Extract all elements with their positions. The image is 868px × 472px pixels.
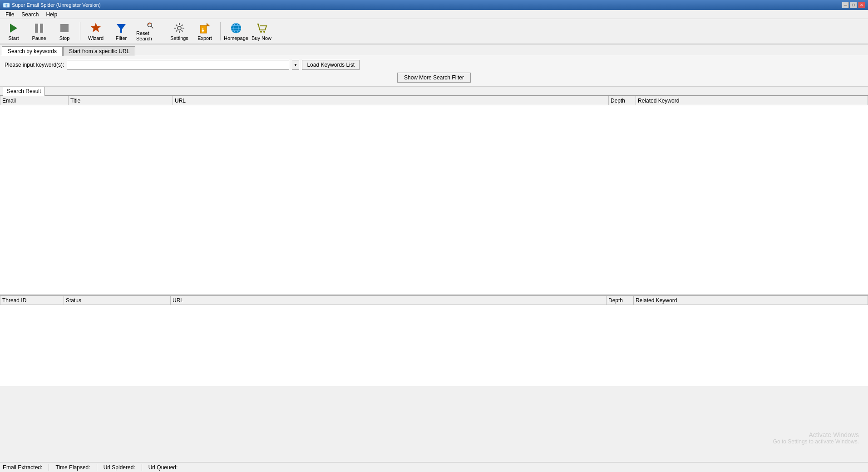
title-bar-left: 📧 Super Email Spider (Unregister Version… — [3, 2, 101, 9]
menu-file[interactable]: File — [2, 10, 18, 19]
keyword-dropdown[interactable]: ▼ — [292, 60, 299, 70]
svg-rect-1 — [35, 24, 38, 33]
menu-help[interactable]: Help — [42, 10, 61, 19]
thread-section: Thread ID Status URL Depth Related Keywo… — [0, 295, 868, 386]
toolbar-separator-2 — [220, 22, 221, 40]
svg-marker-4 — [91, 23, 101, 32]
col-header-depth-thread: Depth — [607, 296, 634, 305]
filter-row: Show More Search Filter — [5, 73, 863, 83]
result-table: Email Title URL Depth Related Keyword — [0, 96, 868, 105]
activate-windows-line1: Activate Windows — [773, 431, 859, 438]
buy-now-icon — [255, 22, 268, 34]
url-queued-label: Url Queued: — [148, 464, 184, 471]
time-elapsed-label: Time Elapsed: — [55, 464, 97, 471]
status-bar: Email Extracted: Time Elapsed: Url Spide… — [0, 462, 868, 472]
search-result-section: Search Result Email Title URL Depth Rela… — [0, 87, 868, 295]
svg-rect-3 — [60, 24, 69, 32]
email-extracted-label: Email Extracted: — [3, 464, 49, 471]
tab-bar: Search by keywords Start from a specific… — [0, 44, 868, 56]
filter-button[interactable]: Filter — [109, 20, 133, 43]
col-header-title: Title — [69, 96, 173, 105]
time-elapsed-key: Time Elapsed: — [55, 464, 90, 471]
keyword-row: Please input keyword(s): ▼ Load Keywords… — [5, 60, 863, 70]
start-label: Start — [8, 35, 19, 41]
svg-line-7 — [151, 26, 153, 29]
reset-search-label: Reset Search — [136, 30, 164, 41]
menu-search[interactable]: Search — [18, 10, 42, 19]
col-header-url: URL — [173, 96, 609, 105]
col-header-email: Email — [0, 96, 69, 105]
title-bar: 📧 Super Email Spider (Unregister Version… — [0, 0, 868, 10]
stop-icon — [58, 22, 71, 34]
wizard-button[interactable]: Wizard — [84, 20, 108, 43]
toolbar-separator-1 — [80, 22, 80, 40]
thread-table: Thread ID Status URL Depth Related Keywo… — [0, 295, 868, 305]
app-icon: 📧 — [3, 2, 10, 9]
show-more-filter-button[interactable]: Show More Search Filter — [397, 73, 471, 83]
reset-search-icon — [144, 21, 157, 30]
col-header-thread-id: Thread ID — [0, 296, 64, 305]
svg-point-21 — [263, 31, 265, 33]
svg-point-9 — [178, 26, 181, 30]
pause-label: Pause — [32, 35, 46, 41]
export-button[interactable]: Export — [193, 20, 217, 43]
col-header-related: Related Keyword — [636, 96, 868, 105]
stop-button[interactable]: Stop — [53, 20, 76, 43]
reset-search-button[interactable]: Reset Search — [135, 20, 166, 43]
col-header-url-thread: URL — [171, 296, 607, 305]
title-bar-buttons: ─ □ ✕ — [842, 2, 865, 8]
export-label: Export — [197, 35, 212, 41]
activate-windows-line2: Go to Settings to activate Windows. — [773, 438, 859, 445]
homepage-label: Homepage — [224, 35, 248, 41]
restore-button[interactable]: □ — [850, 2, 857, 8]
email-extracted-key: Email Extracted: — [3, 464, 42, 471]
tab-start-from-url[interactable]: Start from a specific URL — [63, 46, 135, 56]
app-title: Super Email Spider (Unregister Version) — [12, 2, 101, 8]
url-spidered-key: Url Spidered: — [104, 464, 135, 471]
start-button[interactable]: Start — [2, 20, 25, 43]
export-icon — [198, 22, 211, 34]
start-icon — [7, 22, 20, 34]
minimize-button[interactable]: ─ — [842, 2, 849, 8]
settings-button[interactable]: Settings — [168, 20, 191, 43]
keyword-label: Please input keyword(s): — [5, 62, 64, 68]
search-area: Please input keyword(s): ▼ Load Keywords… — [0, 56, 868, 87]
url-spidered-label: Url Spidered: — [104, 464, 142, 471]
col-header-related-thread: Related Keyword — [634, 296, 868, 305]
filter-label: Filter — [116, 35, 127, 41]
col-header-depth: Depth — [609, 96, 636, 105]
homepage-icon — [230, 22, 242, 34]
wizard-label: Wizard — [88, 35, 104, 41]
tab-search-by-keywords[interactable]: Search by keywords — [2, 46, 63, 56]
wizard-icon — [89, 22, 102, 34]
col-header-status: Status — [64, 296, 171, 305]
load-keywords-button[interactable]: Load Keywords List — [302, 60, 360, 70]
svg-point-20 — [260, 31, 262, 33]
pause-icon — [33, 22, 45, 34]
activate-windows-watermark: Activate Windows Go to Settings to activ… — [773, 431, 859, 445]
filter-icon — [115, 22, 128, 34]
svg-rect-2 — [40, 24, 43, 33]
settings-label: Settings — [170, 35, 188, 41]
svg-marker-5 — [117, 24, 126, 33]
settings-icon — [173, 22, 186, 34]
buy-now-button[interactable]: Buy Now — [250, 20, 273, 43]
result-tab-label: Search Result — [3, 87, 45, 96]
svg-marker-0 — [10, 24, 17, 33]
menu-bar: File Search Help — [0, 10, 868, 19]
toolbar: Start Pause Stop Wizard Filter — [0, 19, 868, 44]
keyword-input[interactable] — [67, 60, 289, 70]
close-button[interactable]: ✕ — [858, 2, 865, 8]
pause-button[interactable]: Pause — [27, 20, 51, 43]
result-tab-header: Search Result — [0, 87, 868, 96]
homepage-button[interactable]: Homepage — [224, 20, 248, 43]
svg-marker-11 — [207, 23, 210, 26]
buy-now-label: Buy Now — [252, 35, 271, 41]
stop-label: Stop — [59, 35, 70, 41]
url-queued-key: Url Queued: — [148, 464, 178, 471]
